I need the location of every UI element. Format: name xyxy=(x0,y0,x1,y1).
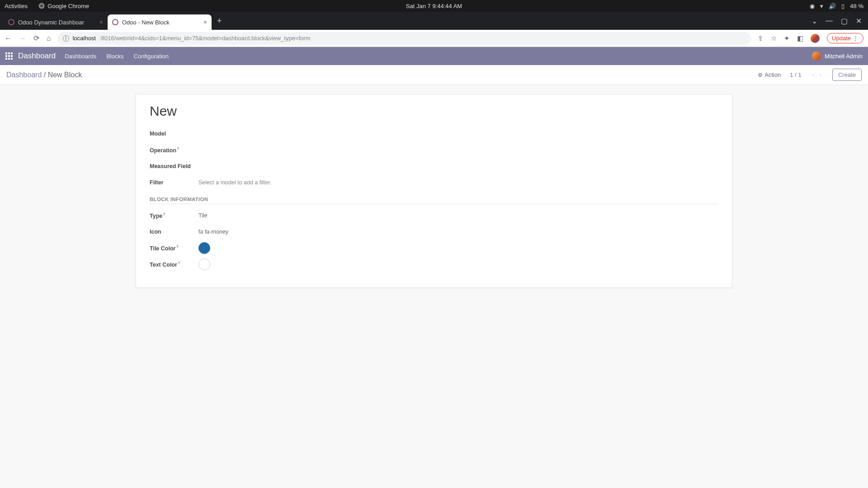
field-label-model: Model xyxy=(150,131,198,137)
field-filter[interactable]: Filter Select a model to add a filter. xyxy=(150,176,718,189)
new-tab-button[interactable]: + xyxy=(212,16,227,26)
form-sheet: New Model Operation? Measured Field Filt… xyxy=(136,94,732,288)
field-label-tile-color: Tile Color xyxy=(150,245,175,252)
volume-icon[interactable]: 🔊 xyxy=(829,3,836,9)
help-icon[interactable]: ? xyxy=(163,212,165,216)
browser-tab-active[interactable]: Odoo - New Block × xyxy=(108,14,212,30)
tab-title: Odoo - New Block xyxy=(122,19,170,26)
user-menu[interactable]: Mitchell Admin xyxy=(812,52,863,61)
window-maximize-icon[interactable]: ▢ xyxy=(841,17,848,25)
field-tile-color[interactable]: Tile Color? xyxy=(150,241,718,255)
field-operation[interactable]: Operation? xyxy=(150,143,718,157)
nav-home-icon[interactable]: ⌂ xyxy=(47,34,51,42)
window-close-icon[interactable]: ✕ xyxy=(856,17,862,25)
user-avatar-icon xyxy=(812,52,821,61)
extensions-icon[interactable]: ✦ xyxy=(784,34,790,42)
field-model[interactable]: Model xyxy=(150,127,718,141)
field-value-type: Tile xyxy=(198,212,208,219)
odoo-favicon-icon xyxy=(8,19,14,25)
tab-close-icon[interactable]: × xyxy=(203,19,207,26)
os-top-bar: Activities Google Chrome Sat Jan 7 9:44:… xyxy=(0,0,868,12)
chrome-update-button[interactable]: Update ⋮ xyxy=(827,33,863,43)
nav-item-configuration[interactable]: Configuration xyxy=(134,53,169,60)
os-clock: Sat Jan 7 9:44:44 AM xyxy=(406,3,462,9)
running-app-chrome[interactable]: Google Chrome xyxy=(38,3,89,9)
sidepanel-icon[interactable]: ◧ xyxy=(797,34,803,42)
help-icon[interactable]: ? xyxy=(176,244,179,249)
nav-item-blocks[interactable]: Blocks xyxy=(106,53,123,60)
breadcrumb-sep: / xyxy=(44,71,46,79)
control-bar: Dashboard / New Block ⚙ Action 1 / 1 ‹ ›… xyxy=(0,65,868,85)
record-title: New xyxy=(150,103,718,119)
field-label-filter: Filter xyxy=(150,179,198,186)
form-container: New Model Operation? Measured Field Filt… xyxy=(0,85,868,297)
nav-item-dashboards[interactable]: Dashboards xyxy=(65,53,96,60)
breadcrumb-current: New Block xyxy=(48,71,82,79)
help-icon[interactable]: ? xyxy=(177,146,179,151)
breadcrumb-root[interactable]: Dashboard xyxy=(6,71,42,79)
field-text-color[interactable]: Text Color? xyxy=(150,258,718,271)
odoo-favicon-icon xyxy=(112,19,118,25)
text-color-swatch[interactable] xyxy=(198,258,210,270)
kebab-icon: ⋮ xyxy=(853,35,859,42)
gear-icon: ⚙ xyxy=(758,72,763,78)
field-label-measured: Measured Field xyxy=(150,163,198,169)
field-label-operation: Operation xyxy=(150,147,176,154)
site-info-icon[interactable]: i xyxy=(63,35,69,42)
tab-title: Odoo Dynamic Dashboar xyxy=(18,19,84,26)
battery-icon[interactable]: ▯ xyxy=(841,3,844,9)
nav-back-icon[interactable]: ← xyxy=(5,34,12,42)
browser-address-bar: ← → ⟳ ⌂ i localhost:8016/web#id=4&cids=1… xyxy=(0,30,868,47)
running-app-label: Google Chrome xyxy=(47,3,89,9)
activities-button[interactable]: Activities xyxy=(5,3,28,9)
browser-tab-inactive[interactable]: Odoo Dynamic Dashboar × xyxy=(4,14,108,30)
profile-avatar-icon[interactable] xyxy=(811,34,820,43)
user-name: Mitchell Admin xyxy=(825,53,863,60)
field-value-icon: fa fa-money xyxy=(198,229,228,235)
action-dropdown[interactable]: ⚙ Action xyxy=(758,71,781,78)
chrome-icon xyxy=(38,3,45,9)
window-minimize-icon[interactable]: — xyxy=(826,17,833,25)
action-label: Action xyxy=(764,71,781,78)
apps-launcher-icon[interactable] xyxy=(5,52,13,60)
module-title[interactable]: Dashboard xyxy=(18,52,56,61)
field-value-filter: Select a model to add a filter. xyxy=(198,179,271,186)
field-label-text-color: Text Color xyxy=(150,262,177,268)
nav-forward-icon: → xyxy=(19,34,26,42)
url-path: :8016/web#id=4&cids=1&menu_id=75&model=d… xyxy=(99,35,311,42)
create-button[interactable]: Create xyxy=(832,69,862,81)
url-host: localhost xyxy=(73,35,96,42)
network-icon[interactable]: ◉ xyxy=(810,3,815,9)
share-icon[interactable]: ⇪ xyxy=(758,34,764,42)
section-block-information: BLOCK INFORMATION xyxy=(150,197,718,202)
field-label-type: Type xyxy=(150,213,162,219)
help-icon[interactable]: ? xyxy=(178,261,180,265)
field-icon[interactable]: Icon fa fa-money xyxy=(150,225,718,239)
tile-color-swatch[interactable] xyxy=(198,242,210,254)
browser-tab-strip: Odoo Dynamic Dashboar × Odoo - New Block… xyxy=(0,12,868,30)
update-label: Update xyxy=(832,35,851,42)
pager[interactable]: 1 / 1 xyxy=(790,71,801,78)
nav-reload-icon[interactable]: ⟳ xyxy=(33,34,39,42)
tab-search-icon[interactable]: ⌄ xyxy=(811,17,817,25)
pager-next-icon[interactable]: › xyxy=(818,71,823,78)
field-measured[interactable]: Measured Field xyxy=(150,160,718,173)
field-label-icon: Icon xyxy=(150,229,198,235)
bookmark-icon[interactable]: ☆ xyxy=(771,34,777,42)
field-type[interactable]: Type? Tile xyxy=(150,209,718,222)
breadcrumb: Dashboard / New Block xyxy=(6,71,82,79)
pager-prev-icon[interactable]: ‹ xyxy=(811,71,816,78)
odoo-top-nav: Dashboard Dashboards Blocks Configuratio… xyxy=(0,47,868,65)
tab-close-icon[interactable]: × xyxy=(99,19,103,26)
url-input[interactable]: i localhost:8016/web#id=4&cids=1&menu_id… xyxy=(57,32,751,45)
section-divider xyxy=(150,204,718,204)
battery-percent: 48 % xyxy=(850,3,863,9)
wifi-icon[interactable]: ▾ xyxy=(820,3,823,9)
